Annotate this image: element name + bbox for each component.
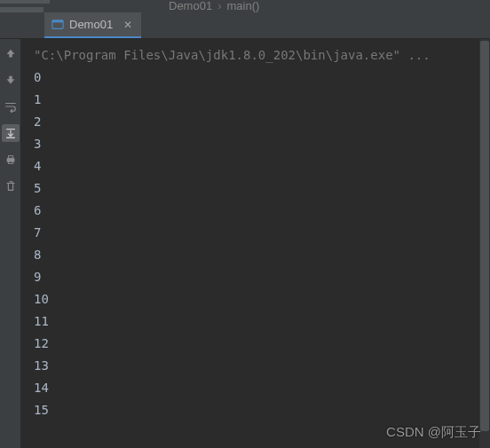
soft-wrap-icon[interactable] (2, 98, 20, 115)
svg-rect-4 (8, 161, 12, 164)
breadcrumb-sep: › (217, 0, 221, 12)
breadcrumb-method[interactable]: main() (226, 0, 259, 12)
svg-rect-1 (52, 20, 63, 22)
console-line: 2 (34, 111, 490, 133)
console-line: 1 (34, 89, 490, 111)
console-line: 13 (34, 355, 490, 377)
console-toolbar (0, 39, 21, 448)
trash-icon[interactable] (2, 177, 20, 195)
console-line: 8 (34, 244, 490, 266)
breadcrumb-bar: Demo01 › main() (0, 0, 490, 12)
ide-root: Demo01 › main() Demo01 ✕ (0, 0, 490, 448)
console-line: 7 (34, 222, 490, 244)
console-line: 6 (34, 200, 490, 222)
breadcrumb-class[interactable]: Demo01 (169, 0, 212, 12)
down-icon[interactable] (2, 71, 20, 89)
up-icon[interactable] (2, 44, 20, 62)
console-line: 10 (34, 288, 490, 310)
run-tab-demo01[interactable]: Demo01 ✕ (44, 12, 141, 38)
scroll-to-end-icon[interactable] (2, 124, 20, 142)
run-config-icon (51, 19, 64, 31)
run-tab-label: Demo01 (69, 18, 113, 31)
svg-rect-3 (8, 156, 12, 159)
print-icon[interactable] (2, 151, 20, 169)
console-line: 15 (34, 399, 490, 421)
body-row: "C:\Program Files\Java\jdk1.8.0_202\bin\… (0, 39, 490, 448)
console-line: 0 (34, 67, 490, 89)
console-line: 11 (34, 310, 490, 333)
close-icon[interactable]: ✕ (123, 19, 132, 31)
console-line: 9 (34, 266, 490, 288)
console-line: 4 (34, 155, 490, 177)
console-line: 14 (34, 377, 490, 399)
run-tab-strip: Demo01 ✕ (0, 12, 490, 39)
scrollbar-thumb[interactable] (480, 41, 489, 431)
scrollbar-track[interactable] (479, 39, 490, 448)
console-line: 12 (34, 333, 490, 355)
console-line: 3 (34, 133, 490, 155)
console-command-line: "C:\Program Files\Java\jdk1.8.0_202\bin\… (34, 44, 490, 67)
console-output[interactable]: "C:\Program Files\Java\jdk1.8.0_202\bin\… (21, 39, 490, 448)
console-line: 5 (34, 177, 490, 200)
